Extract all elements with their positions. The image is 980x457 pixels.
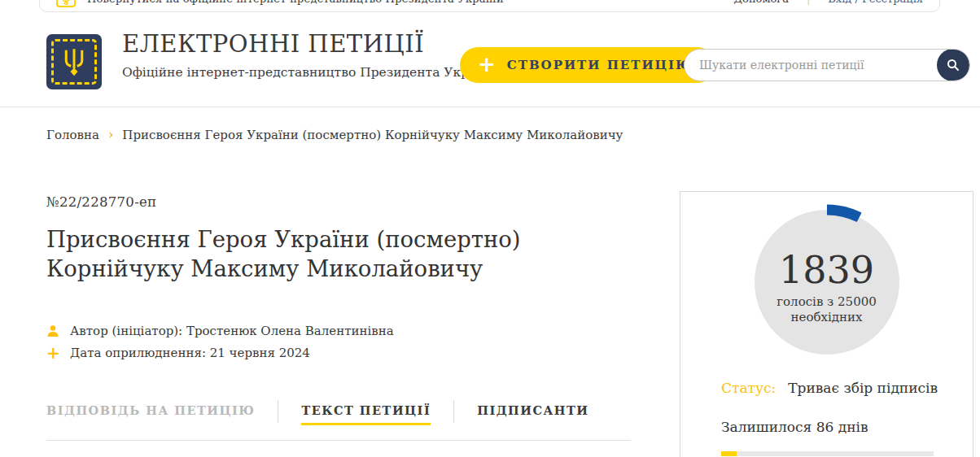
- vote-progress-circle: 1839 голосів з 25000 необхідних: [755, 210, 899, 355]
- back-to-official-site-link[interactable]: Повернутися на офіційне інтернет-предста…: [87, 0, 504, 5]
- tab-divider: [453, 400, 454, 423]
- tab-response-to-petition: ВІДПОВІДЬ НА ПЕТИЦІЮ: [46, 403, 255, 425]
- plus-bullet-icon: +: [46, 345, 59, 361]
- site-header: ЕЛЕКТРОННІ ПЕТИЦІЇ Офіційне інтернет-пре…: [0, 12, 980, 107]
- vote-progress-arc: [827, 210, 860, 217]
- search-button[interactable]: [937, 49, 969, 81]
- signature-progress-bar: [721, 451, 934, 456]
- chevron-right-icon: ›: [108, 127, 113, 142]
- site-subtitle: Офіційне інтернет-представництво Президе…: [122, 65, 497, 80]
- petition-author: Автор (ініціатор): Тростенюк Олена Вален…: [70, 324, 394, 338]
- presidential-emblem-icon: [56, 0, 76, 7]
- status-row: Статус: Триває збір підписів: [721, 380, 938, 396]
- breadcrumb: Головна › Присвоєння Героя України (посм…: [46, 127, 623, 142]
- help-link[interactable]: Допомога: [734, 0, 789, 5]
- petition-page: Повернутися на офіційне інтернет-предста…: [0, 0, 980, 457]
- tab-signers[interactable]: ПІДПИСАНТИ: [477, 403, 588, 425]
- person-icon: [46, 324, 59, 337]
- vote-summary-card: 1839 голосів з 25000 необхідних Статус: …: [680, 191, 973, 457]
- tab-divider: [278, 400, 278, 423]
- search-input[interactable]: [685, 50, 937, 81]
- tab-petition-text[interactable]: ТЕКСТ ПЕТИЦІЇ: [301, 403, 431, 425]
- trident-icon: [51, 39, 97, 85]
- top-utility-bar: Повернутися на офіційне інтернет-предста…: [39, 0, 940, 12]
- site-title: ЕЛЕКТРОННІ ПЕТИЦІЇ: [122, 30, 497, 58]
- status-label: Статус:: [721, 380, 776, 396]
- petition-published-date: Дата оприлюднення: 21 червня 2024: [70, 346, 310, 360]
- search-box: [684, 49, 970, 81]
- site-logo[interactable]: [46, 34, 102, 89]
- status-value: Триває збір підписів: [788, 380, 938, 396]
- petition-author-row: Автор (ініціатор): Тростенюк Олена Вален…: [46, 324, 394, 338]
- plus-icon: +: [478, 54, 497, 75]
- breadcrumb-home-link[interactable]: Головна: [46, 128, 99, 142]
- topbar-divider: |: [807, 0, 810, 5]
- login-register-link[interactable]: Вхід / Реєстрація: [828, 0, 923, 5]
- petition-title: Присвоєння Героя України (посмертно) Кор…: [46, 224, 584, 284]
- breadcrumb-current: Присвоєння Героя України (посмертно) Кор…: [122, 128, 623, 142]
- petition-tabs: ВІДПОВІДЬ НА ПЕТИЦІЮ ТЕКСТ ПЕТИЦІЇ ПІДПИ…: [46, 400, 589, 429]
- create-petition-button[interactable]: + СТВОРИТИ ПЕТИЦІЮ: [460, 47, 715, 83]
- content-divider: [46, 440, 631, 441]
- petition-number: №22/228770-еп: [46, 194, 156, 210]
- search-icon: [947, 59, 960, 72]
- brand-block: ЕЛЕКТРОННІ ПЕТИЦІЇ Офіційне інтернет-пре…: [122, 30, 497, 80]
- days-remaining: Залишилося 86 днів: [721, 419, 868, 435]
- signature-progress-fill: [721, 451, 737, 456]
- petition-date-row: + Дата оприлюднення: 21 червня 2024: [46, 345, 310, 361]
- create-petition-label: СТВОРИТИ ПЕТИЦІЮ: [507, 58, 693, 72]
